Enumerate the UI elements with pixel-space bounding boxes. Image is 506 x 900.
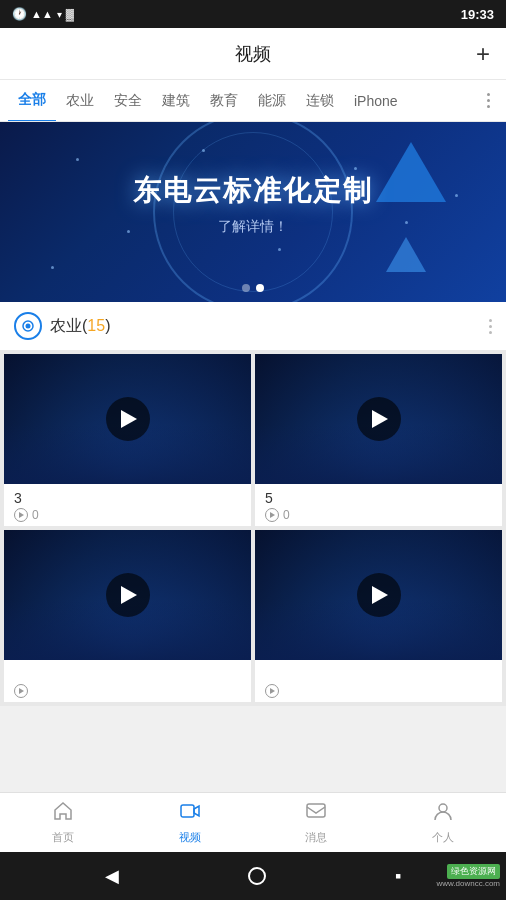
video-info-1: 3 0 (4, 484, 251, 526)
video-meta-4 (265, 684, 492, 698)
svg-point-4 (439, 804, 447, 812)
section-header: 农业(15) (0, 302, 506, 350)
status-icons: 🕐 ▲▲ ▾ ▓ (12, 7, 74, 21)
video-icon (179, 800, 201, 827)
tab-energy[interactable]: 能源 (248, 80, 296, 122)
play-button-2[interactable] (357, 397, 401, 441)
play-count-3 (32, 684, 35, 698)
banner: 东电云标准化定制 了解详情！ (0, 122, 506, 302)
section-camera-icon (14, 312, 42, 340)
profile-icon (432, 800, 454, 827)
video-info-4 (255, 660, 502, 702)
watermark-green: 绿色资源网 (447, 864, 500, 879)
clock-icon: 🕐 (12, 7, 27, 21)
main-content: 农业(15) 3 (0, 302, 506, 792)
play-count-icon-3 (14, 684, 28, 698)
video-meta-3 (14, 684, 241, 698)
tab-safety[interactable]: 安全 (104, 80, 152, 122)
tab-agriculture[interactable]: 农业 (56, 80, 104, 122)
banner-text: 东电云标准化定制 了解详情！ (0, 172, 506, 236)
nav-profile-label: 个人 (432, 830, 454, 845)
play-button-1[interactable] (106, 397, 150, 441)
add-button[interactable]: + (476, 42, 490, 66)
video-card-1[interactable]: 3 0 (4, 354, 251, 526)
home-icon (52, 800, 74, 827)
message-icon (305, 800, 327, 827)
nav-video[interactable]: 视频 (127, 793, 254, 852)
banner-subtitle: 了解详情！ (0, 218, 506, 236)
status-time: 19:33 (461, 7, 494, 22)
play-count-icon-2 (265, 508, 279, 522)
banner-dot-1[interactable] (242, 284, 250, 292)
video-info-2: 5 0 (255, 484, 502, 526)
svg-rect-2 (181, 805, 194, 817)
svg-point-1 (26, 324, 31, 329)
nav-video-label: 视频 (179, 830, 201, 845)
header: 视频 + (0, 28, 506, 80)
tab-all[interactable]: 全部 (8, 80, 56, 122)
play-count-icon-4 (265, 684, 279, 698)
nav-home[interactable]: 首页 (0, 793, 127, 852)
category-menu-icon[interactable] (479, 93, 498, 108)
system-bar: ◀ ▪ 绿色资源网 www.downcc.com (0, 852, 506, 900)
video-meta-2: 0 (265, 508, 492, 522)
recents-button[interactable]: ▪ (395, 866, 401, 887)
nav-home-label: 首页 (52, 830, 74, 845)
section-title: 农业(15) (50, 316, 110, 337)
category-tabs: 全部 农业 安全 建筑 教育 能源 连锁 iPhone (0, 80, 506, 122)
banner-dots (242, 284, 264, 292)
svg-rect-3 (307, 804, 325, 817)
signal-icon: ▲▲ (31, 8, 53, 20)
video-thumb-3 (4, 530, 251, 660)
banner-triangle-small (386, 237, 426, 272)
video-number-4 (265, 666, 492, 682)
play-button-4[interactable] (357, 573, 401, 617)
video-number-1: 3 (14, 490, 241, 506)
tab-construction[interactable]: 建筑 (152, 80, 200, 122)
nav-profile[interactable]: 个人 (380, 793, 507, 852)
video-info-3 (4, 660, 251, 702)
nav-message-label: 消息 (305, 830, 327, 845)
watermark: 绿色资源网 www.downcc.com (436, 864, 500, 888)
video-thumb-4 (255, 530, 502, 660)
play-count-icon-1 (14, 508, 28, 522)
battery-icon: ▓ (66, 8, 74, 20)
video-card-2[interactable]: 5 0 (255, 354, 502, 526)
video-thumb-2 (255, 354, 502, 484)
home-button[interactable] (248, 867, 266, 885)
video-thumb-1 (4, 354, 251, 484)
app-container: 🕐 ▲▲ ▾ ▓ 19:33 视频 + 全部 农业 安全 建筑 教育 能源 (0, 0, 506, 900)
bottom-nav: 首页 视频 消息 (0, 792, 506, 852)
play-count-2: 0 (283, 508, 290, 522)
banner-dot-2[interactable] (256, 284, 264, 292)
page-title: 视频 (235, 42, 271, 66)
wifi-icon: ▾ (57, 9, 62, 20)
banner-title: 东电云标准化定制 (0, 172, 506, 210)
video-card-3[interactable] (4, 530, 251, 702)
play-triangle-2 (372, 410, 388, 428)
play-button-3[interactable] (106, 573, 150, 617)
video-grid: 3 0 5 (0, 350, 506, 706)
watermark-url: www.downcc.com (436, 879, 500, 888)
tab-education[interactable]: 教育 (200, 80, 248, 122)
play-triangle-4 (372, 586, 388, 604)
play-triangle-3 (121, 586, 137, 604)
play-count-4 (283, 684, 286, 698)
video-meta-1: 0 (14, 508, 241, 522)
section-more-icon[interactable] (489, 319, 492, 334)
tab-iphone[interactable]: iPhone (344, 80, 408, 122)
nav-message[interactable]: 消息 (253, 793, 380, 852)
play-triangle-1 (121, 410, 137, 428)
video-number-3 (14, 666, 241, 682)
back-button[interactable]: ◀ (105, 865, 119, 887)
video-number-2: 5 (265, 490, 492, 506)
play-count-1: 0 (32, 508, 39, 522)
tab-chain[interactable]: 连锁 (296, 80, 344, 122)
video-card-4[interactable] (255, 530, 502, 702)
status-bar: 🕐 ▲▲ ▾ ▓ 19:33 (0, 0, 506, 28)
